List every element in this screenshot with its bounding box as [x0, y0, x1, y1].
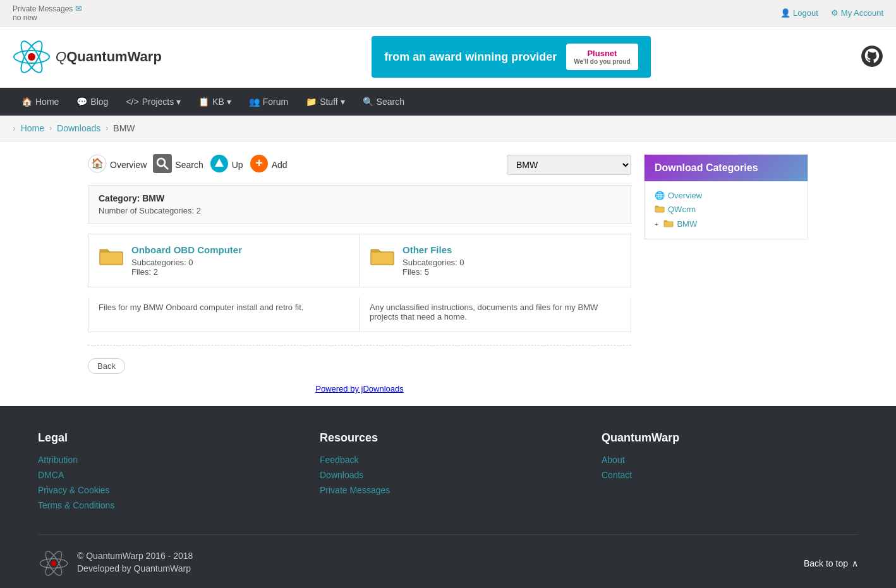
breadcrumb-current: BMW	[113, 123, 135, 133]
footer-legal-title: Legal	[38, 431, 294, 445]
svg-rect-7	[153, 154, 172, 173]
top-bar-right: 👤 Logout ⚙ My Account	[780, 8, 883, 18]
toolbar: 🏠 Overview Search	[88, 154, 631, 175]
logout-link[interactable]: 👤 Logout	[780, 8, 818, 18]
svg-text:🏠: 🏠	[91, 157, 104, 169]
footer-privatemsg-link[interactable]: Private Messages	[320, 485, 576, 495]
svg-text:+: +	[255, 156, 263, 170]
search-button[interactable]: Search	[153, 154, 203, 175]
back-to-top-link[interactable]: Back to top ∧	[804, 558, 858, 568]
sidebar-item-qwcrm: QWcrm	[655, 202, 797, 217]
footer-developed: Developed by QuantumWarp	[77, 563, 193, 573]
footer-downloads-link[interactable]: Downloads	[320, 470, 576, 480]
sidebar-bmw-label: BMW	[677, 219, 697, 229]
main-nav: 🏠 Home 💬 Blog </> Projects ▾ 📋 KB ▾ �	[0, 88, 896, 116]
forum-icon: 👥	[249, 97, 260, 107]
subcategory-files-2: Files: 5	[403, 267, 464, 277]
top-bar: Private Messages ✉ no new 👤 Logout ⚙ My …	[0, 0, 896, 27]
subcategory-files: Files: 2	[131, 267, 242, 277]
overview-icon: 🏠	[88, 154, 107, 175]
footer-resources-title: Resources	[320, 431, 576, 445]
footer-logo-icon	[38, 548, 70, 579]
add-label: Add	[272, 160, 288, 170]
logo-text: QQuantumWarp	[56, 49, 162, 65]
svg-rect-14	[100, 252, 123, 265]
top-bar-left: Private Messages ✉ no new	[13, 4, 82, 22]
sidebar-item-overview: 🌐 Overview	[655, 189, 797, 202]
subcategory-item: Onboard OBD Computer Subcategories: 0 Fi…	[88, 234, 360, 287]
back-button[interactable]: Back	[88, 358, 125, 374]
nav-blog[interactable]: 💬 Blog	[68, 88, 117, 116]
subcategory-subcats: Subcategories: 0	[131, 258, 242, 267]
breadcrumb-sep-2: ›	[106, 124, 108, 133]
powered-by: Powered by jDownloads	[88, 384, 631, 393]
add-button[interactable]: + Add	[250, 154, 288, 175]
folder-icon	[99, 244, 124, 267]
sidebar: Download Categories 🌐 Overview	[644, 154, 808, 393]
overview-label: Overview	[110, 160, 147, 170]
nav-kb[interactable]: 📋 KB ▾	[190, 88, 240, 116]
subcategory-subcats-2: Subcategories: 0	[403, 258, 464, 267]
footer-dmca-link[interactable]: DMCA	[38, 470, 294, 480]
footer-attribution-link[interactable]: Attribution	[38, 455, 294, 465]
category-select[interactable]: BMW QWcrm Onboard OBD Computer Other Fil…	[507, 155, 631, 175]
download-categories-list: 🌐 Overview QWcrm	[645, 181, 808, 239]
subcategory-link-2[interactable]: Other Files	[403, 244, 452, 255]
subcategory-desc-1: Files for my BMW Onboard computer instal…	[88, 297, 360, 332]
svg-rect-17	[664, 222, 673, 227]
nav-search[interactable]: 🔍 Search	[354, 88, 413, 116]
folder-icon-2	[370, 244, 395, 267]
breadcrumb: › Home › Downloads › BMW	[13, 123, 883, 133]
myaccount-link[interactable]: ⚙ My Account	[831, 8, 883, 18]
user-icon: 👤	[780, 8, 790, 18]
overview-button[interactable]: 🏠 Overview	[88, 154, 147, 175]
stuff-icon: 📁	[306, 97, 317, 107]
footer-feedback-link[interactable]: Feedback	[320, 455, 576, 465]
nav-forum[interactable]: 👥 Forum	[240, 88, 297, 116]
jdownloads-link[interactable]: Powered by jDownloads	[315, 384, 403, 393]
nav-stuff[interactable]: 📁 Stuff ▾	[297, 88, 353, 116]
sidebar-item-bmw: + BMW	[655, 217, 797, 231]
back-label: Back	[97, 361, 116, 371]
gear-icon: ⚙	[831, 8, 838, 18]
footer-about-link[interactable]: About	[602, 455, 858, 465]
myaccount-label: My Account	[841, 8, 883, 18]
search-icon: 🔍	[363, 97, 373, 107]
download-categories-widget: Download Categories 🌐 Overview	[644, 154, 808, 239]
subcategory-link[interactable]: Onboard OBD Computer	[131, 244, 242, 255]
nav-home[interactable]: 🏠 Home	[13, 88, 68, 116]
footer-bottom-left: © QuantumWarp 2016 - 2018 Developed by Q…	[38, 548, 193, 579]
download-categories-title: Download Categories	[645, 155, 808, 181]
footer-terms-link[interactable]: Terms & Conditions	[38, 500, 294, 510]
search-btn-icon	[153, 154, 172, 175]
svg-point-21	[51, 561, 56, 566]
breadcrumb-sep-1: ›	[49, 124, 52, 133]
breadcrumb-home[interactable]: Home	[21, 123, 44, 133]
logo-icon	[13, 38, 51, 76]
header: QQuantumWarp from an award winning provi…	[0, 27, 896, 88]
breadcrumb-downloads[interactable]: Downloads	[57, 123, 100, 133]
add-icon: +	[250, 154, 269, 175]
ad-text: from an award winning provider	[384, 51, 557, 64]
description-row: Files for my BMW Onboard computer instal…	[88, 297, 631, 332]
github-link[interactable]	[861, 45, 883, 69]
nav-projects[interactable]: </> Projects ▾	[117, 88, 190, 116]
footer-bottom: © QuantumWarp 2016 - 2018 Developed by Q…	[38, 534, 858, 579]
ad-brand: Plusnet	[587, 49, 617, 58]
blog-icon: 💬	[76, 97, 87, 107]
content-wrapper: 🏠 Overview Search	[75, 154, 821, 393]
folder-icon-sidebar-bmw	[663, 219, 674, 229]
plusnet-badge: Plusnet We'll do you proud	[566, 44, 638, 70]
kb-icon: 📋	[198, 97, 209, 107]
search-btn-label: Search	[175, 160, 203, 170]
ad-tagline: We'll do you proud	[574, 58, 630, 65]
footer-privacy-link[interactable]: Privacy & Cookies	[38, 485, 294, 495]
private-messages-link[interactable]: Private Messages ✉	[13, 4, 82, 13]
logout-label: Logout	[793, 8, 818, 18]
footer-contact-link[interactable]: Contact	[602, 470, 858, 480]
subcategory-details: Onboard OBD Computer Subcategories: 0 Fi…	[131, 244, 242, 277]
footer-copyright: © QuantumWarp 2016 - 2018	[77, 551, 193, 561]
footer-quantumwarp: QuantumWarp About Contact	[602, 431, 858, 515]
up-button[interactable]: Up	[210, 154, 243, 175]
breadcrumb-bar: › Home › Downloads › BMW	[0, 116, 896, 141]
